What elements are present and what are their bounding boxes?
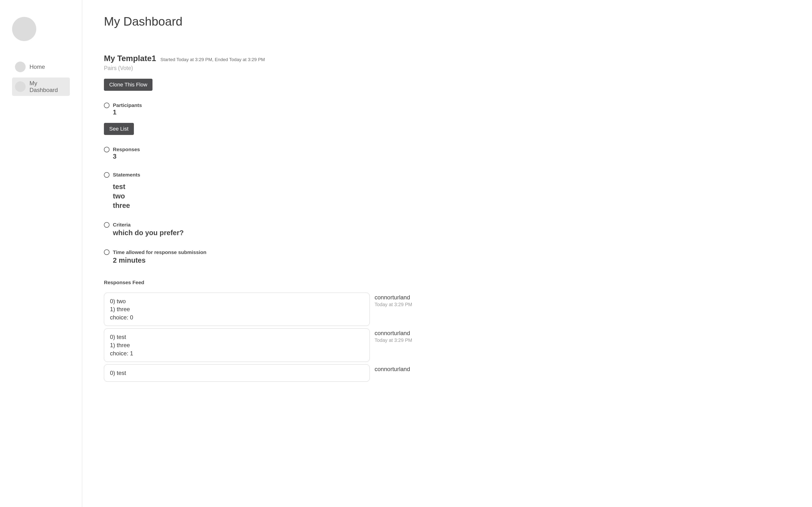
feed-author-name: connorturland <box>374 294 442 301</box>
section-header: Criteria <box>104 222 790 228</box>
avatar[interactable] <box>12 17 36 41</box>
feed-author: connorturland Today at 3:29 PM <box>374 328 442 343</box>
participants-label: Participants <box>113 102 142 108</box>
responses-feed: 0) two 1) three choice: 0 connorturland … <box>104 293 442 382</box>
feed-entry-content: 0) test 1) three choice: 1 <box>104 328 370 362</box>
feed-entry: 0) two 1) three choice: 0 connorturland … <box>104 293 442 326</box>
feed-author-time: Today at 3:29 PM <box>374 302 442 307</box>
circle-icon <box>104 172 109 178</box>
responses-section: Responses 3 <box>104 147 790 160</box>
page-title: My Dashboard <box>104 14 790 29</box>
sidebar: Home My Dashboard <box>0 0 82 507</box>
main-content: My Dashboard My Template1 Started Today … <box>82 0 812 507</box>
responses-feed-title: Responses Feed <box>104 280 790 285</box>
template-subtitle: Pairs (Vote) <box>104 65 790 71</box>
feed-line: 1) three <box>110 305 364 314</box>
criteria-value: which do you prefer? <box>113 228 790 237</box>
statements-label: Statements <box>113 172 140 178</box>
template-meta: Started Today at 3:29 PM, Ended Today at… <box>160 57 265 62</box>
sidebar-item-my-dashboard[interactable]: My Dashboard <box>12 77 70 96</box>
section-header: Participants <box>104 102 790 108</box>
responses-count: 3 <box>113 153 790 160</box>
section-header: Time allowed for response submission <box>104 249 790 255</box>
circle-icon <box>104 222 109 228</box>
statement-item: three <box>113 201 790 210</box>
feed-line: choice: 1 <box>110 349 364 357</box>
feed-author: connorturland Today at 3:29 PM <box>374 293 442 307</box>
see-list-button[interactable]: See List <box>104 123 134 135</box>
feed-line: choice: 0 <box>110 314 364 322</box>
feed-entry-content: 0) two 1) three choice: 0 <box>104 293 370 326</box>
template-header: My Template1 Started Today at 3:29 PM, E… <box>104 54 790 63</box>
section-header: Statements <box>104 172 790 178</box>
feed-line: 0) test <box>110 333 364 341</box>
template-name: My Template1 <box>104 54 156 63</box>
feed-author-time: Today at 3:29 PM <box>374 338 442 343</box>
dashboard-icon <box>15 81 26 92</box>
statements-list: test two three <box>113 182 790 210</box>
participants-section: Participants 1 See List <box>104 102 790 135</box>
sidebar-item-label: My Dashboard <box>30 80 67 94</box>
statements-section: Statements test two three <box>104 172 790 210</box>
clone-flow-button[interactable]: Clone This Flow <box>104 79 152 91</box>
time-allowed-section: Time allowed for response submission 2 m… <box>104 249 790 265</box>
feed-author-name: connorturland <box>374 330 442 337</box>
feed-line: 1) three <box>110 341 364 349</box>
circle-icon <box>104 249 109 255</box>
time-allowed-value: 2 minutes <box>113 256 790 265</box>
criteria-label: Criteria <box>113 222 131 228</box>
responses-label: Responses <box>113 147 140 152</box>
sidebar-item-home[interactable]: Home <box>12 59 70 74</box>
participants-count: 1 <box>113 109 790 116</box>
time-allowed-label: Time allowed for response submission <box>113 249 206 255</box>
circle-icon <box>104 103 109 108</box>
circle-icon <box>104 147 109 152</box>
feed-entry: 0) test connorturland <box>104 364 442 382</box>
feed-author-name: connorturland <box>374 366 442 373</box>
sidebar-item-label: Home <box>30 63 45 70</box>
statement-item: two <box>113 191 790 201</box>
home-icon <box>15 62 26 72</box>
statement-item: test <box>113 182 790 191</box>
feed-entry-content: 0) test <box>104 364 370 382</box>
feed-entry: 0) test 1) three choice: 1 connorturland… <box>104 328 442 362</box>
criteria-section: Criteria which do you prefer? <box>104 222 790 237</box>
feed-author: connorturland <box>374 364 442 374</box>
feed-line: 0) two <box>110 297 364 305</box>
section-header: Responses <box>104 147 790 152</box>
feed-line: 0) test <box>110 369 364 377</box>
